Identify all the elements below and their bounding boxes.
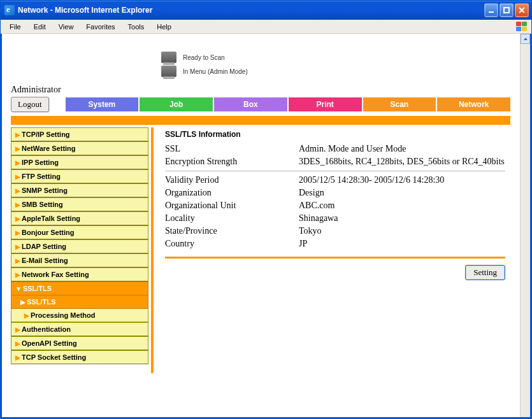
sidebar-item-label: TCP/IP Setting — [22, 131, 70, 138]
logout-button[interactable]: Logout — [11, 97, 49, 112]
setting-button[interactable]: Setting — [465, 265, 505, 280]
arrow-icon: ▶ — [15, 173, 20, 180]
arrow-icon: ▶ — [15, 159, 20, 166]
admin-label: Administrator — [2, 85, 519, 97]
sidebar-item[interactable]: ▶Network Fax Setting — [11, 267, 148, 281]
arrow-icon: ▶ — [15, 326, 20, 333]
svg-rect-0 — [489, 11, 494, 13]
sidebar-item[interactable]: ▶Processing Method — [11, 309, 148, 322]
printer-icon — [161, 66, 176, 77]
info-value: 3DES_168bits, RC4_128bits, DES_56bits or… — [299, 157, 505, 167]
sidebar-item-label: Authentication — [22, 325, 71, 333]
menubar: File Edit View Favorites Tools Help — [1, 20, 531, 34]
menu-favorites[interactable]: Favorites — [80, 21, 121, 32]
sidebar-item-label: SMB Setting — [22, 201, 63, 208]
nav-tabs: SystemJobBoxPrintScanNetwork — [66, 97, 510, 111]
tab-print[interactable]: Print — [289, 97, 363, 111]
sidebar-item-label: Processing Method — [31, 311, 95, 319]
menu-tools[interactable]: Tools — [122, 21, 151, 32]
info-row: LocalityShinagawa — [165, 213, 505, 224]
sidebar-item[interactable]: ▶AppleTalk Setting — [11, 211, 148, 225]
menu-file[interactable]: File — [3, 21, 27, 32]
arrow-icon: ▶ — [15, 201, 20, 208]
sidebar-item-label: TCP Socket Setting — [22, 353, 86, 361]
minimize-button[interactable] — [484, 3, 498, 17]
info-value: Design — [299, 188, 505, 198]
window-title: Network - Microsoft Internet Explorer — [18, 6, 152, 15]
scroll-up-button[interactable] — [521, 34, 530, 44]
sidebar-item-label: FTP Setting — [22, 173, 61, 180]
info-row: OrganizationDesign — [165, 188, 505, 198]
info-row: Validity Period2005/12/5 14:28:30- 2005/… — [165, 175, 505, 185]
sidebar-item[interactable]: ▶Bonjour Setting — [11, 225, 148, 239]
arrow-icon: ▶ — [15, 145, 20, 152]
sidebar-item[interactable]: ▶OpenAPI Setting — [11, 336, 148, 350]
arrow-icon: ▶ — [15, 271, 20, 278]
info-key: Organizational Unit — [165, 201, 299, 211]
sidebar-item[interactable]: ▶SNMP Setting — [11, 183, 148, 197]
device-status-area: Ready to Scan In Menu (Admin Mode) — [2, 34, 519, 85]
tab-system[interactable]: System — [66, 97, 140, 111]
info-key: Encryption Strength — [165, 157, 299, 167]
sidebar-item-label: Network Fax Setting — [22, 271, 89, 278]
detail-heading: SSL/TLS Information — [165, 130, 505, 139]
info-row: Encryption Strength3DES_168bits, RC4_128… — [165, 157, 505, 167]
sidebar-item[interactable]: ▶E-Mail Setting — [11, 253, 148, 267]
tab-network[interactable]: Network — [437, 97, 510, 111]
info-value: Admin. Mode and User Mode — [299, 144, 505, 154]
detail-panel: SSL/TLS Information SSLAdmin. Mode and U… — [154, 127, 510, 373]
arrow-icon: ▶ — [15, 187, 20, 194]
menu-view[interactable]: View — [52, 21, 80, 32]
info-key: State/Province — [165, 226, 299, 236]
sidebar-item-label: E-Mail Setting — [22, 257, 68, 264]
info-value: ABC.com — [299, 201, 505, 211]
sidebar-item-label: IPP Setting — [22, 159, 59, 166]
sidebar-item-label: Bonjour Setting — [22, 229, 75, 236]
tab-job[interactable]: Job — [140, 97, 214, 111]
sidebar-item-label: SSL/TLS — [23, 285, 52, 292]
menu-edit[interactable]: Edit — [27, 21, 52, 32]
sidebar-item[interactable]: ▶LDAP Setting — [11, 239, 148, 253]
sidebar-item-label: SSL/TLS — [27, 298, 55, 306]
vertical-scrollbar[interactable] — [520, 34, 530, 417]
sidebar-item[interactable]: ▼SSL/TLS — [11, 281, 148, 295]
sidebar-item[interactable]: ▶FTP Setting — [11, 169, 148, 183]
info-key: Locality — [165, 213, 299, 224]
arrow-icon: ▶ — [24, 312, 29, 319]
ie-icon — [4, 5, 15, 15]
info-row: SSLAdmin. Mode and User Mode — [165, 144, 505, 154]
arrow-icon: ▶ — [15, 229, 20, 236]
sidebar: ▶TCP/IP Setting▶NetWare Setting▶IPP Sett… — [11, 127, 154, 373]
sidebar-item[interactable]: ▶TCP/IP Setting — [11, 127, 148, 141]
info-value: JP — [299, 239, 505, 249]
info-value: 2005/12/5 14:28:30- 2005/12/6 14:28:30 — [299, 175, 505, 185]
arrow-icon: ▶ — [15, 257, 20, 264]
sidebar-item-label: LDAP Setting — [22, 243, 66, 250]
sidebar-item[interactable]: ▶SSL/TLS — [11, 295, 148, 309]
info-row: State/ProvinceTokyo — [165, 226, 505, 236]
sidebar-item[interactable]: ▶SMB Setting — [11, 197, 148, 211]
browser-content: Ready to Scan In Menu (Admin Mode) Admin… — [1, 34, 531, 418]
arrow-icon: ▶ — [15, 131, 20, 138]
tab-scan[interactable]: Scan — [363, 97, 438, 111]
sidebar-item-label: AppleTalk Setting — [22, 215, 80, 222]
tab-box[interactable]: Box — [214, 97, 289, 111]
sidebar-item[interactable]: ▶IPP Setting — [11, 155, 148, 169]
info-key: SSL — [165, 144, 299, 154]
windows-flag-icon — [516, 22, 528, 32]
maximize-button[interactable] — [500, 3, 514, 17]
info-key: Organization — [165, 188, 299, 198]
info-row: CountryJP — [165, 239, 505, 249]
printer-icon — [161, 52, 176, 63]
window-titlebar: Network - Microsoft Internet Explorer — [1, 1, 531, 20]
sidebar-item[interactable]: ▶TCP Socket Setting — [11, 350, 148, 364]
info-row: Organizational UnitABC.com — [165, 201, 505, 211]
orange-divider — [11, 116, 510, 125]
menu-help[interactable]: Help — [150, 21, 178, 32]
close-button[interactable] — [515, 3, 529, 17]
sidebar-item[interactable]: ▶NetWare Setting — [11, 141, 148, 155]
arrow-icon: ▶ — [15, 243, 20, 250]
sidebar-item-label: NetWare Setting — [22, 145, 76, 152]
sidebar-item[interactable]: ▶Authentication — [11, 322, 148, 336]
orange-divider — [165, 257, 505, 259]
